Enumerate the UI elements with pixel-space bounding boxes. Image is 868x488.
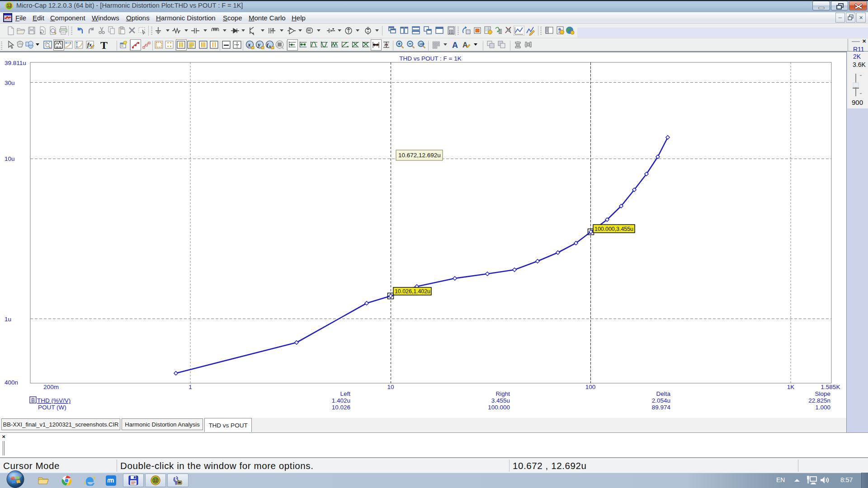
svg-text:x: x bbox=[248, 42, 251, 48]
svg-text:y: y bbox=[257, 42, 261, 48]
svg-text:A: A bbox=[452, 41, 458, 50]
svg-text:POUT (W): POUT (W) bbox=[38, 404, 66, 411]
svg-text:1.402u: 1.402u bbox=[332, 397, 350, 404]
svg-text:1.585K: 1.585K bbox=[821, 384, 840, 390]
svg-text:200m: 200m bbox=[43, 384, 59, 390]
svg-text:100.000: 100.000 bbox=[488, 404, 510, 411]
svg-text:x: x bbox=[269, 44, 271, 48]
svg-text:10u: 10u bbox=[5, 155, 15, 162]
svg-text:Slope: Slope bbox=[815, 390, 830, 397]
svg-text:10.026: 10.026 bbox=[332, 404, 350, 411]
svg-text:100: 100 bbox=[585, 384, 596, 390]
svg-text:10.026,1.402u: 10.026,1.402u bbox=[395, 288, 430, 295]
svg-text:2.054u: 2.054u bbox=[652, 397, 670, 404]
svg-text:1K: 1K bbox=[787, 384, 795, 390]
svg-text:22.825n: 22.825n bbox=[808, 397, 830, 404]
svg-text:39.811u: 39.811u bbox=[5, 60, 26, 66]
svg-text:100.000,3.455u: 100.000,3.455u bbox=[594, 226, 633, 232]
svg-text:Right: Right bbox=[495, 390, 510, 397]
svg-text:10: 10 bbox=[387, 384, 394, 390]
svg-text:10.672,12.692u: 10.672,12.692u bbox=[398, 152, 441, 159]
svg-text:THD vs POUT : F = 1K: THD vs POUT : F = 1K bbox=[399, 55, 461, 62]
svg-text:1.000: 1.000 bbox=[815, 404, 830, 411]
svg-text:1u: 1u bbox=[5, 316, 11, 323]
svg-text:100: 100 bbox=[419, 42, 425, 46]
svg-text:Left: Left bbox=[340, 390, 350, 397]
svg-text:89.974: 89.974 bbox=[652, 404, 671, 411]
svg-text:30u: 30u bbox=[5, 80, 15, 86]
svg-text:1: 1 bbox=[189, 384, 192, 390]
svg-text:B: B bbox=[31, 397, 35, 404]
svg-text:3.455u: 3.455u bbox=[491, 397, 510, 404]
svg-text:12: 12 bbox=[153, 478, 159, 483]
svg-text:400n: 400n bbox=[5, 379, 18, 386]
svg-text:T: T bbox=[100, 40, 108, 50]
svg-text:THD (%V/V): THD (%V/V) bbox=[37, 397, 71, 404]
svg-text:Delta: Delta bbox=[656, 390, 670, 397]
